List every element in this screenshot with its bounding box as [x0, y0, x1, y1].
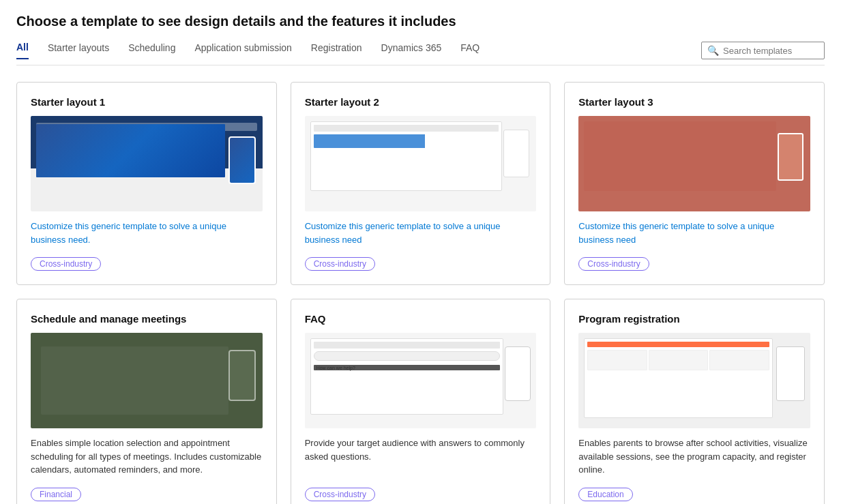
template-card-starter-3: Starter layout 3 Customize this generic … — [564, 82, 825, 285]
tag-row: Cross-industry — [305, 254, 537, 271]
template-tag[interactable]: Education — [578, 488, 632, 501]
thumb-header — [587, 342, 769, 347]
thumbnail-main — [584, 338, 773, 418]
thumbnail-phone — [505, 346, 531, 401]
template-card-schedule: Schedule and manage meetings Enables sim… — [16, 299, 277, 504]
tab-scheduling[interactable]: Scheduling — [128, 42, 175, 59]
tag-row: Education — [578, 485, 810, 501]
template-title: FAQ — [305, 313, 537, 325]
tab-registration[interactable]: Registration — [311, 42, 362, 59]
nav-tabs: All Starter layouts Scheduling Applicati… — [16, 42, 701, 59]
thumb-header — [314, 125, 499, 132]
thumb-header — [314, 342, 501, 349]
thumb-text: How can we help? — [314, 365, 501, 370]
template-description: Provide your target audience with answer… — [305, 436, 537, 463]
template-description: Enables simple location selection and ap… — [31, 436, 263, 477]
template-card-faq: FAQ How can we help? Provide your target… — [291, 299, 551, 504]
search-icon: 🔍 — [707, 45, 719, 56]
template-card-starter-1: Starter layout 1 Customize this generic … — [16, 82, 277, 285]
thumbnail-phone — [778, 133, 803, 181]
tag-row: Cross-industry — [305, 485, 537, 501]
template-tag[interactable]: Cross-industry — [305, 257, 375, 271]
template-tag[interactable]: Cross-industry — [305, 488, 375, 501]
search-input[interactable] — [723, 46, 818, 56]
nav-bar: All Starter layouts Scheduling Applicati… — [16, 42, 825, 65]
template-card-program: Program registration Enables parents to … — [564, 299, 825, 504]
template-title: Starter layout 3 — [578, 96, 810, 108]
thumb-card-3 — [709, 350, 769, 370]
thumbnail-main: How can we help? — [310, 338, 504, 415]
thumbnail-main-img — [36, 124, 225, 177]
search-box[interactable]: 🔍 — [701, 42, 825, 59]
tab-dynamics-365[interactable]: Dynamics 365 — [381, 42, 442, 59]
thumbnail-phone — [503, 130, 529, 177]
template-thumbnail — [31, 116, 263, 211]
tag-row: Cross-industry — [31, 254, 263, 271]
template-title: Starter layout 1 — [31, 96, 263, 108]
description-link[interactable]: Customize this generic template to solve… — [305, 221, 501, 245]
template-title: Starter layout 2 — [305, 96, 537, 108]
template-title: Program registration — [578, 313, 810, 325]
templates-grid: Starter layout 1 Customize this generic … — [16, 82, 825, 504]
template-thumbnail — [578, 116, 810, 211]
thumb-card-1 — [587, 350, 647, 370]
template-thumbnail: How can we help? — [305, 333, 537, 428]
template-card-starter-2: Starter layout 2 Customize this generic … — [291, 82, 551, 285]
thumb-cards — [587, 350, 769, 370]
thumbnail-phone — [776, 346, 805, 401]
template-description: Enables parents to browse after school a… — [578, 436, 810, 477]
tag-row: Financial — [31, 485, 263, 501]
template-tag[interactable]: Cross-industry — [578, 257, 649, 271]
tag-row: Cross-industry — [578, 254, 810, 271]
template-thumbnail — [305, 116, 537, 211]
template-description[interactable]: Customize this generic template to solve… — [578, 220, 810, 246]
template-description[interactable]: Customize this generic template to solve… — [305, 220, 537, 246]
thumbnail-phone — [228, 350, 256, 401]
template-thumbnail — [578, 333, 810, 428]
thumbnail-main — [310, 121, 503, 191]
tab-all[interactable]: All — [16, 42, 29, 59]
thumb-card-2 — [649, 350, 709, 370]
page-title: Choose a template to see design details … — [16, 14, 825, 29]
description-link[interactable]: Customize this generic template to solve… — [31, 221, 226, 245]
thumbnail-phone — [228, 136, 256, 184]
tab-application-submission[interactable]: Application submission — [194, 42, 291, 59]
thumb-content — [314, 134, 499, 148]
template-thumbnail — [31, 333, 263, 428]
thumbnail-main — [584, 121, 776, 191]
template-description[interactable]: Customize this generic template to solve… — [31, 220, 263, 246]
template-title: Schedule and manage meetings — [31, 313, 263, 325]
template-tag[interactable]: Cross-industry — [31, 257, 101, 271]
description-link[interactable]: Customize this generic template to solve… — [578, 221, 774, 245]
thumb-search — [314, 351, 501, 361]
tab-faq[interactable]: FAQ — [460, 42, 479, 59]
template-tag[interactable]: Financial — [31, 488, 81, 501]
tab-starter-layouts[interactable]: Starter layouts — [48, 42, 109, 59]
